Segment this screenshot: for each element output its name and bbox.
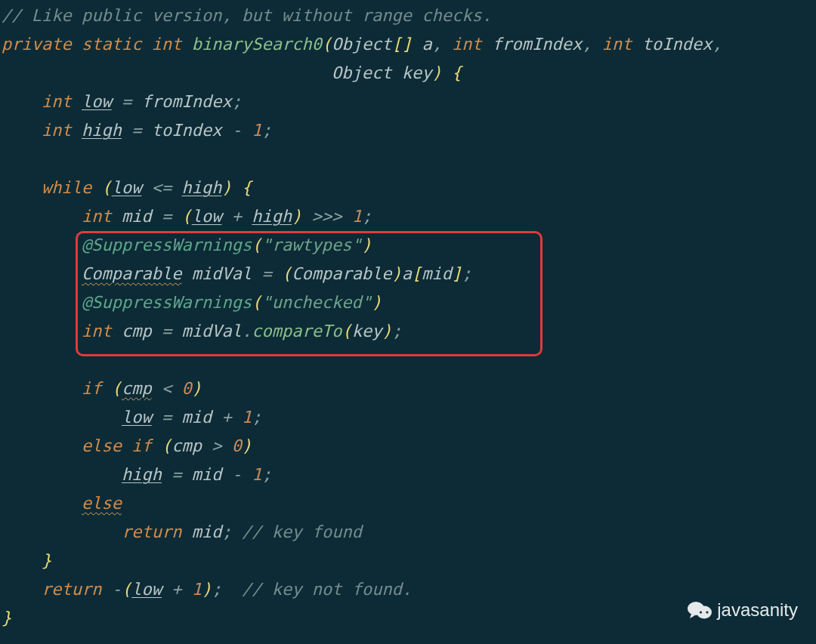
number-1: 1 — [352, 207, 362, 226]
bracket-close: ] — [452, 264, 462, 283]
code-editor[interactable]: // Like public version, but without rang… — [0, 0, 816, 644]
ident-mid: mid — [192, 522, 222, 541]
plus: + — [232, 207, 242, 226]
keyword-return: return — [42, 580, 101, 599]
paren-open: ( — [342, 322, 351, 340]
type-comparable-cast: Comparable — [292, 264, 391, 283]
annotation-suppresswarnings: @SuppressWarnings — [82, 236, 252, 254]
ident-mid: mid — [192, 465, 222, 484]
assign: = — [162, 322, 172, 340]
dot: . — [242, 322, 252, 340]
type-int: int — [452, 35, 482, 54]
type-int: int — [82, 207, 112, 226]
type-int: int — [152, 35, 182, 54]
type-object: Object — [332, 35, 391, 54]
comment-notfound: // key not found. — [242, 580, 412, 599]
semicolon: ; — [232, 92, 242, 111]
paren-open: ( — [322, 35, 332, 54]
type-comparable-warn: Comparable — [82, 264, 181, 283]
keyword-else: else — [82, 494, 122, 513]
paren-close: ) — [382, 322, 391, 340]
number-1: 1 — [252, 121, 261, 140]
paren-open: ( — [112, 379, 122, 398]
semicolon: ; — [261, 465, 271, 484]
assign: = — [162, 207, 172, 226]
assign: = — [122, 92, 131, 111]
svg-point-3 — [706, 611, 709, 613]
string-unchecked: "unchecked" — [261, 293, 372, 312]
paren-close: ) — [372, 293, 382, 312]
param-fromIndex: fromIndex — [492, 35, 582, 54]
brace-close: } — [42, 551, 51, 570]
ident-fromIndex: fromIndex — [141, 92, 231, 111]
chat-bubbles-icon — [687, 599, 712, 621]
number-0: 0 — [232, 436, 242, 455]
var-high: high — [82, 121, 122, 140]
type-object: Object — [332, 63, 391, 82]
bracket-close: ] — [402, 35, 412, 54]
param-key: key — [402, 63, 432, 82]
param-toIndex: toIndex — [642, 35, 712, 54]
keyword-if: if — [131, 436, 152, 455]
number-1: 1 — [192, 580, 202, 599]
paren-close: ) — [432, 63, 442, 82]
annotation-suppresswarnings: @SuppressWarnings — [82, 293, 252, 312]
semicolon: ; — [261, 121, 271, 140]
svg-point-1 — [697, 606, 712, 619]
number-1: 1 — [242, 408, 252, 427]
paren-open: ( — [252, 236, 261, 254]
minus: - — [112, 580, 122, 599]
number-1: 1 — [252, 465, 261, 484]
type-int: int — [42, 121, 72, 140]
var-low: low — [192, 207, 222, 226]
minus: - — [232, 465, 242, 484]
watermark-text: javasanity — [717, 596, 798, 624]
comment-found: // key found — [242, 522, 362, 541]
assign: = — [172, 465, 181, 484]
method-name: binarySearch0 — [192, 35, 322, 54]
method-compareTo: compareTo — [252, 322, 342, 340]
var-low: low — [131, 580, 162, 599]
var-low: low — [112, 178, 142, 197]
ident-mid: mid — [181, 408, 212, 427]
op-gt: > — [212, 436, 221, 455]
var-low: low — [122, 408, 152, 427]
keyword-private: private — [2, 35, 72, 54]
assign: = — [261, 264, 271, 283]
var-mid: mid — [122, 207, 152, 226]
paren-close: ) — [242, 436, 252, 455]
brace-open: { — [242, 178, 252, 197]
op-lt: < — [162, 379, 172, 398]
var-high: high — [252, 207, 292, 226]
paren-close: ) — [221, 178, 231, 197]
brace-close: } — [2, 609, 11, 627]
assign: = — [131, 121, 141, 140]
var-cmp: cmp — [172, 436, 202, 455]
var-midVal: midVal — [192, 264, 252, 283]
brace-open: { — [452, 63, 462, 82]
paren-open: ( — [282, 264, 292, 283]
semicolon: ; — [221, 522, 231, 541]
ident-midVal: midVal — [181, 322, 241, 340]
assign: = — [162, 408, 172, 427]
keyword-if: if — [82, 379, 102, 398]
plus: + — [221, 408, 231, 427]
keyword-return: return — [122, 522, 181, 541]
semicolon: ; — [212, 580, 221, 599]
var-high: high — [122, 465, 162, 484]
param-a: a — [422, 35, 431, 54]
ident-key: key — [352, 322, 382, 340]
bracket-open: [ — [392, 35, 402, 54]
keyword-while: while — [42, 178, 91, 197]
paren-close: ) — [192, 379, 202, 398]
paren-open: ( — [181, 207, 191, 226]
paren-close: ) — [362, 236, 372, 254]
op-ushr: >>> — [312, 207, 342, 226]
paren-close: ) — [292, 207, 301, 226]
comma: , — [712, 35, 722, 54]
var-cmp-warn: cmp — [122, 379, 152, 398]
type-int: int — [602, 35, 632, 54]
string-rawtypes: "rawtypes" — [261, 236, 361, 254]
ident-mid: mid — [422, 264, 452, 283]
paren-open: ( — [162, 436, 172, 455]
